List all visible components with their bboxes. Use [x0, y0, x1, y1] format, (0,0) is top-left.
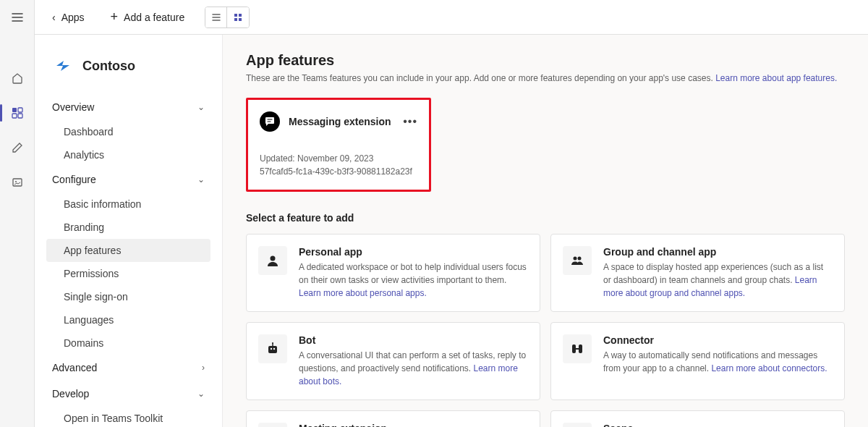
plus-icon: + — [111, 9, 119, 25]
svg-rect-7 — [239, 14, 242, 17]
left-rail — [0, 0, 35, 427]
svg-point-10 — [271, 256, 276, 261]
feature-description: A way to automatically send notification… — [603, 349, 833, 375]
svg-rect-8 — [234, 18, 237, 21]
svg-rect-17 — [572, 344, 576, 353]
feature-card-connector[interactable]: ConnectorA way to automatically send not… — [550, 322, 845, 400]
list-icon — [211, 12, 221, 22]
page-title: App features — [246, 52, 845, 69]
svg-point-14 — [271, 348, 272, 350]
sidebar: Contoso Overview ⌄ Dashboard Analytics C… — [35, 35, 223, 427]
feature-card-scene[interactable]: SceneA custom virtual scene people can u… — [550, 410, 845, 427]
nav-basic-information[interactable]: Basic information — [46, 193, 210, 216]
people-icon — [563, 246, 592, 275]
feature-title: Group and channel app — [603, 246, 833, 258]
content: App features These are the Teams feature… — [223, 35, 868, 427]
nav-domains[interactable]: Domains — [46, 331, 210, 355]
svg-rect-18 — [579, 344, 582, 353]
learn-more-link[interactable]: Learn more about app features. — [715, 73, 837, 83]
existing-title: Messaging extension — [289, 116, 394, 127]
scene-icon — [563, 423, 592, 427]
edit-icon[interactable] — [6, 136, 29, 159]
chevron-left-icon: ‹ — [52, 12, 56, 23]
feature-title: Personal app — [299, 246, 528, 258]
brand-name: Contoso — [82, 59, 135, 74]
brand-logo — [52, 55, 74, 77]
person-icon — [258, 246, 287, 275]
more-options-button[interactable]: ••• — [403, 115, 417, 128]
back-label: Apps — [61, 12, 85, 23]
meeting-icon — [258, 423, 287, 427]
feature-learn-more-link[interactable]: Learn more about bots. — [299, 363, 518, 386]
hamburger-icon[interactable] — [6, 6, 29, 29]
svg-point-11 — [574, 257, 577, 261]
apps-icon[interactable] — [6, 101, 29, 124]
chevron-down-icon: ⌄ — [197, 102, 205, 112]
select-feature-title: Select a feature to add — [246, 212, 845, 224]
feature-learn-more-link[interactable]: Learn more about connectors. — [711, 363, 827, 373]
feature-description: A space to display hosted app experience… — [603, 261, 833, 300]
feature-title: Meeting extension — [299, 423, 528, 427]
feature-card-group-and-channel-app[interactable]: Group and channel appA space to display … — [550, 234, 845, 312]
chevron-down-icon: ⌄ — [197, 389, 205, 399]
add-feature-button[interactable]: + Add a feature — [105, 7, 191, 28]
add-label: Add a feature — [124, 12, 184, 23]
view-toggle — [205, 7, 250, 28]
card-icon[interactable] — [6, 171, 29, 194]
page-description: These are the Teams features you can inc… — [246, 73, 845, 83]
nav-branding[interactable]: Branding — [46, 216, 210, 239]
home-icon[interactable] — [6, 67, 29, 90]
grid-icon — [233, 12, 243, 22]
svg-rect-6 — [234, 14, 237, 17]
nav-languages[interactable]: Languages — [46, 308, 210, 331]
nav-open-teams-toolkit[interactable]: Open in Teams Toolkit — [46, 407, 210, 427]
feature-card-bot[interactable]: BotA conversational UI that can perform … — [246, 322, 540, 400]
nav-analytics[interactable]: Analytics — [46, 143, 210, 166]
nav-single-sign-on[interactable]: Single sign-on — [46, 285, 210, 308]
feature-description: A dedicated workspace or bot to help ind… — [299, 261, 528, 300]
back-button[interactable]: ‹ Apps — [46, 9, 90, 26]
feature-card-personal-app[interactable]: Personal appA dedicated workspace or bot… — [246, 234, 540, 312]
existing-feature-card[interactable]: Messaging extension ••• Updated: Novembe… — [246, 98, 431, 192]
svg-rect-4 — [13, 179, 22, 186]
svg-rect-13 — [268, 346, 277, 353]
svg-rect-1 — [18, 108, 22, 112]
connector-icon — [563, 334, 592, 363]
section-develop[interactable]: Develop ⌄ — [46, 381, 210, 407]
nav-app-features[interactable]: App features — [46, 239, 210, 262]
svg-point-16 — [272, 342, 273, 344]
svg-rect-9 — [239, 18, 242, 21]
section-configure[interactable]: Configure ⌄ — [46, 166, 210, 193]
feature-title: Scene — [603, 423, 833, 427]
feature-learn-more-link[interactable]: Learn more about personal apps. — [299, 288, 427, 298]
chevron-down-icon: ⌄ — [197, 174, 205, 185]
existing-id: 57fcafd5-fc1a-439c-b3f3-90881182a23f — [260, 165, 417, 178]
svg-point-15 — [273, 348, 275, 350]
svg-rect-3 — [18, 114, 22, 118]
nav-permissions[interactable]: Permissions — [46, 262, 210, 285]
feature-title: Bot — [299, 334, 528, 346]
feature-learn-more-link[interactable]: Learn more about group and channel apps. — [603, 275, 817, 298]
feature-title: Connector — [603, 334, 833, 346]
toolbar: ‹ Apps + Add a feature — [35, 0, 868, 35]
brand: Contoso — [46, 52, 210, 80]
messaging-extension-icon — [260, 111, 280, 132]
svg-point-5 — [15, 181, 17, 182]
list-view-button[interactable] — [205, 7, 227, 28]
grid-view-button[interactable] — [227, 7, 249, 28]
svg-rect-0 — [12, 108, 17, 112]
svg-point-12 — [578, 257, 582, 261]
feature-card-meeting-extension[interactable]: Meeting extensionOptions for integrating… — [246, 410, 540, 427]
svg-rect-2 — [12, 114, 17, 118]
section-advanced[interactable]: Advanced › — [46, 355, 210, 381]
chevron-right-icon: › — [202, 363, 205, 373]
nav-dashboard[interactable]: Dashboard — [46, 120, 210, 143]
bot-icon — [258, 334, 287, 363]
feature-description: A conversational UI that can perform a s… — [299, 349, 528, 388]
existing-updated: Updated: November 09, 2023 — [260, 152, 417, 165]
section-overview[interactable]: Overview ⌄ — [46, 94, 210, 120]
